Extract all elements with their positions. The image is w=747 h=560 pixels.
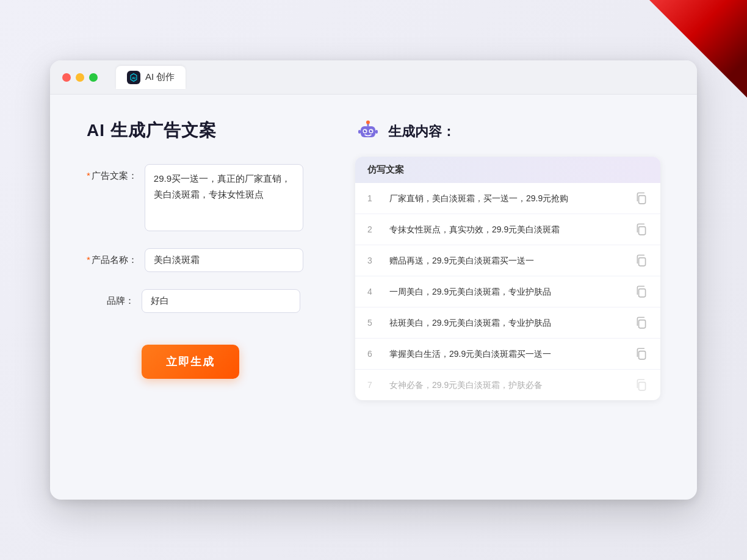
result-scroll[interactable]: 1 厂家直销，美白淡斑霜，买一送一，29.9元抢购 2 专抹女性斑点，真实功效，… <box>355 183 660 400</box>
traffic-lights <box>62 73 98 82</box>
ad-copy-input[interactable] <box>145 164 303 231</box>
titlebar: AI AI 创作 <box>50 60 697 95</box>
row-number: 1 <box>367 193 380 203</box>
right-panel: 生成内容： 仿写文案 1 厂家直销，美白淡斑霜，买一送一，29.9元抢购 2 专… <box>355 119 660 473</box>
svg-rect-17 <box>639 320 646 328</box>
close-button[interactable] <box>62 73 71 82</box>
copy-icon[interactable] <box>635 223 648 236</box>
table-row: 4 一周美白，29.9元美白淡斑霜，专业护肤品 <box>355 276 660 307</box>
copy-icon[interactable] <box>635 378 648 392</box>
ad-copy-label: *广告文案： <box>87 164 145 182</box>
browser-window: AI AI 创作 AI 生成广告文案 *广告文案： *产品名称： <box>50 60 697 500</box>
row-text: 一周美白，29.9元美白淡斑霜，专业护肤品 <box>389 285 625 298</box>
row-text: 掌握美白生活，29.9元美白淡斑霜买一送一 <box>389 348 625 361</box>
minimize-button[interactable] <box>76 73 84 82</box>
left-panel: AI 生成广告文案 *广告文案： *产品名称： 品牌： 立 <box>87 119 319 473</box>
generate-button[interactable]: 立即生成 <box>142 345 239 379</box>
result-table: 仿写文案 1 厂家直销，美白淡斑霜，买一送一，29.9元抢购 2 专抹女性斑点，… <box>355 157 660 400</box>
table-row: 5 祛斑美白，29.9元美白淡斑霜，专业护肤品 <box>355 307 660 339</box>
row-text: 女神必备，29.9元美白淡斑霜，护肤必备 <box>389 379 625 392</box>
column-header-label: 仿写文案 <box>367 164 404 174</box>
row-number: 6 <box>367 349 380 359</box>
product-label: *产品名称： <box>87 248 145 266</box>
product-name-group: *产品名称： <box>87 248 319 272</box>
row-number: 3 <box>367 256 380 265</box>
svg-rect-19 <box>639 382 646 390</box>
svg-point-8 <box>370 130 372 132</box>
page-title: AI 生成广告文案 <box>87 119 319 142</box>
svg-point-9 <box>365 130 366 131</box>
row-text: 专抹女性斑点，真实功效，29.9元美白淡斑霜 <box>389 223 625 236</box>
product-input[interactable] <box>145 248 303 272</box>
table-row: 1 厂家直销，美白淡斑霜，买一送一，29.9元抢购 <box>355 183 660 214</box>
ai-tab-icon: AI <box>127 71 140 84</box>
svg-rect-11 <box>358 130 361 134</box>
row-text: 厂家直销，美白淡斑霜，买一送一，29.9元抢购 <box>389 192 625 205</box>
copy-icon[interactable] <box>635 192 648 205</box>
svg-point-4 <box>366 121 370 124</box>
copy-icon[interactable] <box>635 316 648 329</box>
svg-rect-14 <box>639 227 646 235</box>
maximize-button[interactable] <box>89 73 98 82</box>
row-text: 赠品再送，29.9元美白淡斑霜买一送一 <box>389 254 625 267</box>
svg-rect-12 <box>375 130 378 134</box>
row-number: 5 <box>367 318 380 328</box>
required-star-2: * <box>87 254 90 265</box>
table-row: 3 赠品再送，29.9元美白淡斑霜买一送一 <box>355 245 660 276</box>
svg-rect-13 <box>639 196 646 204</box>
svg-rect-16 <box>639 289 646 297</box>
brand-group: 品牌： <box>87 289 319 313</box>
row-text: 祛斑美白，29.9元美白淡斑霜，专业护肤品 <box>389 317 625 329</box>
main-content: AI 生成广告文案 *广告文案： *产品名称： 品牌： 立 <box>50 95 697 497</box>
svg-rect-15 <box>639 258 646 266</box>
active-tab[interactable]: AI AI 创作 <box>116 66 186 89</box>
svg-point-10 <box>371 130 372 131</box>
result-title: 生成内容： <box>388 123 455 141</box>
table-row: 7 女神必备，29.9元美白淡斑霜，护肤必备 <box>355 370 660 400</box>
table-row: 2 专抹女性斑点，真实功效，29.9元美白淡斑霜 <box>355 214 660 245</box>
row-number: 7 <box>367 380 380 390</box>
svg-rect-18 <box>639 351 646 359</box>
result-header: 生成内容： <box>355 119 660 145</box>
robot-icon <box>355 119 381 145</box>
ad-copy-group: *广告文案： <box>87 164 319 231</box>
copy-icon[interactable] <box>635 285 648 298</box>
copy-icon[interactable] <box>635 254 648 267</box>
table-row: 6 掌握美白生活，29.9元美白淡斑霜买一送一 <box>355 339 660 370</box>
svg-point-7 <box>364 130 366 132</box>
brand-label: 品牌： <box>87 289 142 307</box>
table-header: 仿写文案 <box>355 157 660 183</box>
tab-label: AI 创作 <box>145 71 175 83</box>
svg-text:AI: AI <box>132 76 135 79</box>
brand-input[interactable] <box>142 289 300 313</box>
row-number: 2 <box>367 224 380 234</box>
row-number: 4 <box>367 287 380 296</box>
required-star: * <box>87 170 90 181</box>
copy-icon[interactable] <box>635 347 648 361</box>
